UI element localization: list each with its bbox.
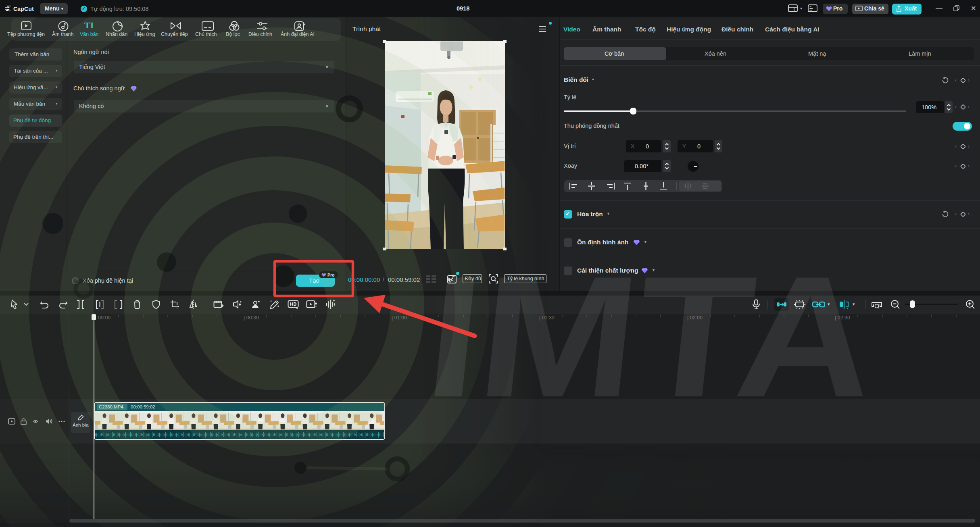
svg-text:| 01:00: | 01:00 — [392, 315, 407, 321]
svg-text:| 02:30: | 02:30 — [835, 315, 850, 321]
svg-text:| 00:30: | 00:30 — [244, 315, 259, 321]
svg-text:| 02:00: | 02:00 — [687, 315, 703, 321]
svg-text:00:00: 00:00 — [98, 315, 111, 321]
svg-text:| 01:30: | 01:30 — [539, 315, 555, 321]
